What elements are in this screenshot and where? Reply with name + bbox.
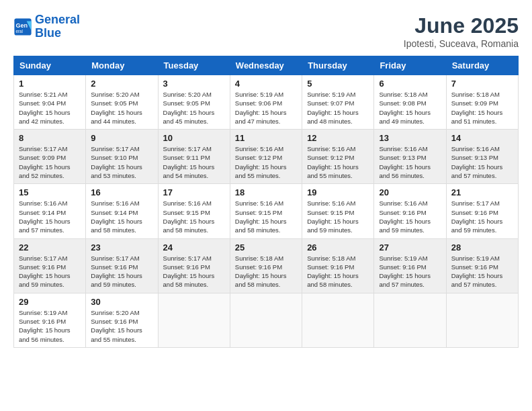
- column-header-saturday: Saturday: [446, 56, 518, 75]
- calendar-cell: 29Sunrise: 5:19 AMSunset: 9:16 PMDayligh…: [14, 293, 86, 347]
- sunrise-time: Sunrise: 5:17 AM: [19, 255, 67, 262]
- calendar-cell: 28Sunrise: 5:19 AMSunset: 9:16 PMDayligh…: [446, 238, 518, 293]
- day-info: Sunrise: 5:16 AMSunset: 9:13 PMDaylight:…: [451, 144, 513, 180]
- daylight-hours: Daylight: 15 hours and 58 minutes.: [235, 272, 287, 288]
- day-info: Sunrise: 5:16 AMSunset: 9:12 PMDaylight:…: [307, 144, 369, 180]
- calendar-cell: [302, 293, 374, 347]
- logo: Gen eral General Blue: [13, 13, 80, 40]
- day-number: 3: [163, 79, 225, 89]
- day-number: 4: [235, 79, 297, 89]
- calendar-week-1: 1Sunrise: 5:21 AMSunset: 9:04 PMDaylight…: [14, 75, 519, 130]
- day-number: 19: [307, 187, 369, 197]
- calendar-cell: 5Sunrise: 5:19 AMSunset: 9:07 PMDaylight…: [302, 75, 374, 130]
- calendar-cell: 16Sunrise: 5:16 AMSunset: 9:14 PMDayligh…: [86, 184, 158, 238]
- sunset-time: Sunset: 9:09 PM: [451, 99, 498, 107]
- daylight-hours: Daylight: 15 hours and 47 minutes.: [235, 109, 287, 125]
- calendar-cell: 3Sunrise: 5:20 AMSunset: 9:05 PMDaylight…: [158, 75, 230, 130]
- sunset-time: Sunset: 9:11 PM: [163, 154, 210, 161]
- daylight-hours: Daylight: 15 hours and 44 minutes.: [91, 109, 142, 125]
- daylight-hours: Daylight: 15 hours and 56 minutes.: [379, 163, 431, 179]
- day-number: 26: [307, 242, 369, 253]
- sunrise-time: Sunrise: 5:16 AM: [235, 199, 283, 207]
- day-number: 22: [19, 242, 81, 253]
- svg-text:Gen: Gen: [16, 22, 28, 29]
- sunrise-time: Sunrise: 5:16 AM: [307, 145, 355, 152]
- calendar-subtitle: Ipotesti, Suceava, Romania: [404, 38, 519, 49]
- day-number: 8: [19, 133, 81, 143]
- day-number: 23: [91, 242, 152, 253]
- day-info: Sunrise: 5:20 AMSunset: 9:05 PMDaylight:…: [91, 90, 152, 126]
- day-info: Sunrise: 5:17 AMSunset: 9:11 PMDaylight:…: [163, 144, 225, 180]
- day-info: Sunrise: 5:21 AMSunset: 9:04 PMDaylight:…: [19, 90, 81, 126]
- daylight-hours: Daylight: 15 hours and 49 minutes.: [379, 109, 431, 125]
- day-number: 20: [379, 187, 441, 197]
- calendar-cell: 22Sunrise: 5:17 AMSunset: 9:16 PMDayligh…: [14, 238, 86, 293]
- day-info: Sunrise: 5:19 AMSunset: 9:06 PMDaylight:…: [235, 90, 297, 126]
- sunset-time: Sunset: 9:16 PM: [307, 263, 354, 271]
- sunrise-time: Sunrise: 5:16 AM: [163, 199, 212, 207]
- sunrise-time: Sunrise: 5:19 AM: [235, 91, 283, 98]
- day-info: Sunrise: 5:19 AMSunset: 9:16 PMDaylight:…: [379, 254, 441, 289]
- column-header-tuesday: Tuesday: [158, 56, 230, 75]
- daylight-hours: Daylight: 15 hours and 51 minutes.: [451, 109, 503, 125]
- sunset-time: Sunset: 9:16 PM: [451, 209, 498, 216]
- sunrise-time: Sunrise: 5:18 AM: [307, 255, 355, 262]
- daylight-hours: Daylight: 15 hours and 57 minutes.: [451, 272, 503, 288]
- daylight-hours: Daylight: 15 hours and 59 minutes.: [19, 272, 71, 288]
- day-info: Sunrise: 5:17 AMSunset: 9:16 PMDaylight:…: [451, 199, 513, 234]
- day-info: Sunrise: 5:16 AMSunset: 9:12 PMDaylight:…: [235, 144, 297, 180]
- calendar-cell: 18Sunrise: 5:16 AMSunset: 9:15 PMDayligh…: [230, 184, 302, 238]
- sunset-time: Sunset: 9:16 PM: [235, 263, 282, 271]
- day-number: 13: [379, 133, 441, 143]
- svg-text:eral: eral: [16, 29, 24, 34]
- calendar-cell: 6Sunrise: 5:18 AMSunset: 9:08 PMDaylight…: [374, 75, 446, 130]
- calendar-cell: 12Sunrise: 5:16 AMSunset: 9:12 PMDayligh…: [302, 130, 374, 184]
- sunrise-time: Sunrise: 5:16 AM: [307, 199, 355, 207]
- calendar-week-2: 8Sunrise: 5:17 AMSunset: 9:09 PMDaylight…: [14, 130, 519, 184]
- sunset-time: Sunset: 9:16 PM: [379, 209, 426, 216]
- daylight-hours: Daylight: 15 hours and 59 minutes.: [307, 218, 359, 234]
- sunset-time: Sunset: 9:16 PM: [451, 263, 498, 271]
- day-info: Sunrise: 5:19 AMSunset: 9:16 PMDaylight:…: [451, 254, 513, 289]
- logo-text: General Blue: [35, 13, 80, 40]
- sunrise-time: Sunrise: 5:16 AM: [91, 199, 139, 207]
- calendar-cell: 1Sunrise: 5:21 AMSunset: 9:04 PMDaylight…: [14, 75, 86, 130]
- day-number: 18: [235, 187, 297, 197]
- calendar-table: SundayMondayTuesdayWednesdayThursdayFrid…: [13, 56, 519, 348]
- daylight-hours: Daylight: 15 hours and 48 minutes.: [307, 109, 359, 125]
- day-number: 2: [91, 79, 152, 89]
- calendar-cell: 26Sunrise: 5:18 AMSunset: 9:16 PMDayligh…: [302, 238, 374, 293]
- calendar-cell: 10Sunrise: 5:17 AMSunset: 9:11 PMDayligh…: [158, 130, 230, 184]
- daylight-hours: Daylight: 15 hours and 58 minutes.: [307, 272, 359, 288]
- sunrise-time: Sunrise: 5:17 AM: [91, 255, 139, 262]
- day-info: Sunrise: 5:17 AMSunset: 9:16 PMDaylight:…: [163, 254, 225, 289]
- sunset-time: Sunset: 9:12 PM: [307, 154, 354, 161]
- day-number: 12: [307, 133, 369, 143]
- calendar-cell: [446, 293, 518, 347]
- day-info: Sunrise: 5:17 AMSunset: 9:10 PMDaylight:…: [91, 144, 152, 180]
- calendar-cell: 11Sunrise: 5:16 AMSunset: 9:12 PMDayligh…: [230, 130, 302, 184]
- sunrise-time: Sunrise: 5:16 AM: [19, 199, 67, 207]
- daylight-hours: Daylight: 15 hours and 59 minutes.: [379, 218, 431, 234]
- sunrise-time: Sunrise: 5:20 AM: [163, 91, 212, 98]
- daylight-hours: Daylight: 15 hours and 58 minutes.: [163, 218, 215, 234]
- sunrise-time: Sunrise: 5:20 AM: [91, 91, 139, 98]
- day-number: 16: [91, 187, 152, 197]
- sunrise-time: Sunrise: 5:18 AM: [235, 255, 283, 262]
- daylight-hours: Daylight: 15 hours and 55 minutes.: [235, 163, 287, 179]
- day-info: Sunrise: 5:18 AMSunset: 9:08 PMDaylight:…: [379, 90, 441, 126]
- day-number: 30: [91, 297, 152, 307]
- day-info: Sunrise: 5:18 AMSunset: 9:09 PMDaylight:…: [451, 90, 513, 126]
- sunset-time: Sunset: 9:09 PM: [19, 154, 66, 161]
- sunrise-time: Sunrise: 5:17 AM: [91, 145, 139, 152]
- day-info: Sunrise: 5:16 AMSunset: 9:15 PMDaylight:…: [163, 199, 225, 234]
- calendar-cell: 13Sunrise: 5:16 AMSunset: 9:13 PMDayligh…: [374, 130, 446, 184]
- calendar-cell: 2Sunrise: 5:20 AMSunset: 9:05 PMDaylight…: [86, 75, 158, 130]
- calendar-cell: 24Sunrise: 5:17 AMSunset: 9:16 PMDayligh…: [158, 238, 230, 293]
- calendar-cell: 25Sunrise: 5:18 AMSunset: 9:16 PMDayligh…: [230, 238, 302, 293]
- daylight-hours: Daylight: 15 hours and 52 minutes.: [19, 163, 71, 179]
- daylight-hours: Daylight: 15 hours and 57 minutes.: [19, 218, 71, 234]
- day-info: Sunrise: 5:16 AMSunset: 9:13 PMDaylight:…: [379, 144, 441, 180]
- sunset-time: Sunset: 9:13 PM: [379, 154, 426, 161]
- column-header-monday: Monday: [86, 56, 158, 75]
